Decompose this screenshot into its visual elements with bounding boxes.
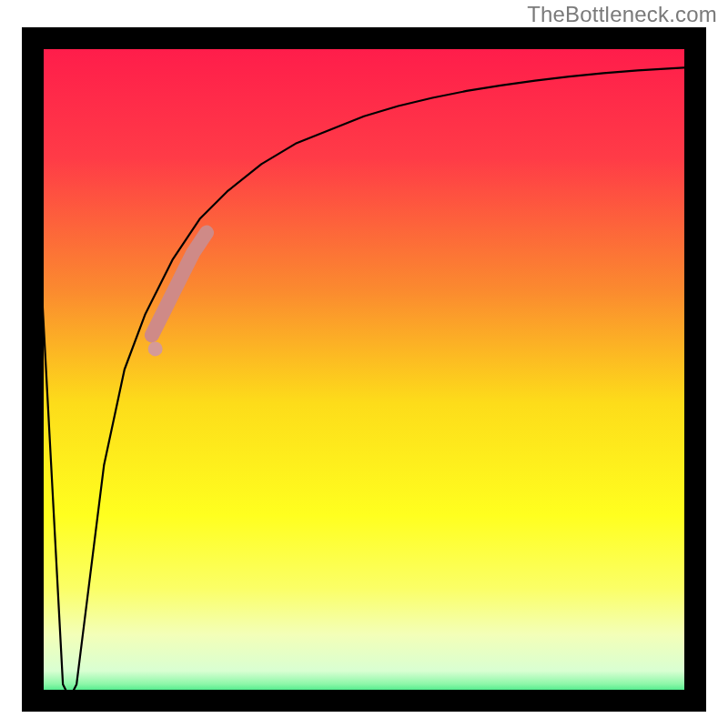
chart-stage: TheBottleneck.com [0,0,728,728]
plot-background [33,38,695,701]
attribution-text: TheBottleneck.com [527,2,717,27]
highlight-break-dot [148,341,163,356]
bottleneck-chart [0,0,728,728]
